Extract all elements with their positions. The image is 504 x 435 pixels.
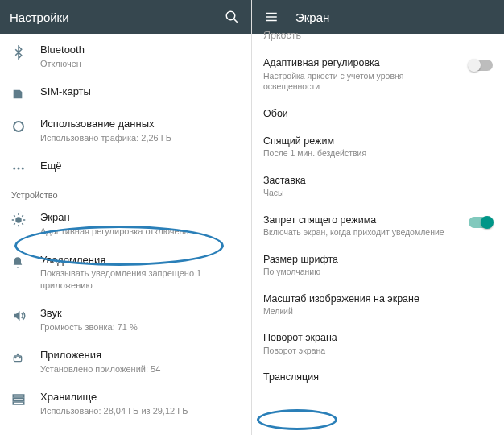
display-settings-pane: Экран Яркость Адаптивная регулировка Нас… [252,0,504,435]
ambient-display-switch[interactable] [469,217,493,228]
row-label: Экран [40,211,240,225]
highlight-cast-row [257,409,337,430]
more-icon [11,160,40,176]
adaptive-brightness-switch[interactable] [469,60,493,71]
settings-pane: Настройки Bluetooth Отключен SIM-карты [0,0,252,435]
row-sub: По умолчанию [263,267,493,278]
row-sub: Часы [263,188,493,199]
svg-point-8 [14,357,17,359]
settings-row-apps[interactable]: Приложения Установлено приложений: 54 [0,341,251,383]
display-row-wallpaper[interactable]: Обои [252,100,504,127]
appbar-title: Экран [295,10,494,24]
display-row-sleep[interactable]: Спящий режим После 1 мин. бездействия [252,127,504,167]
display-list: Яркость Адаптивная регулировка Настройка… [252,34,504,392]
row-label: Уведомления [40,254,240,267]
svg-point-6 [15,218,22,224]
sound-icon [11,307,40,323]
row-label: Масштаб изображения на экране [263,292,493,305]
appbar-title: Настройки [10,10,222,24]
row-label: Спящий режим [263,135,493,147]
row-label: Звук [40,307,240,321]
row-label: Трансляция [263,371,493,383]
row-sub: Громкость звонка: 71 % [40,321,240,333]
row-label: Яркость [263,29,493,42]
section-header-device: Устройство [0,184,251,203]
row-sub: Отключен [40,58,240,69]
row-label: Bluetooth [40,44,240,57]
row-label: Запрет спящего режима [263,213,461,226]
settings-row-more[interactable]: Ещё [0,151,251,184]
sim-icon [11,85,40,102]
apps-icon [11,349,40,365]
display-icon [11,211,40,227]
row-label: Адаптивная регулировка [263,56,461,69]
svg-point-3 [13,168,15,170]
row-label: SIM-карты [40,85,240,99]
data-usage-icon [11,118,40,134]
row-label: Ещё [40,160,240,173]
settings-row-display[interactable]: Экран Адаптивная регулировка отключена [0,203,251,245]
search-icon[interactable] [222,7,242,27]
svg-point-0 [226,11,235,20]
settings-row-storage[interactable]: Хранилище Использовано: 28,04 ГБ из 29,1… [0,383,251,425]
display-row-screensaver[interactable]: Заставка Часы [252,167,504,206]
display-row-brightness[interactable]: Яркость [252,29,504,49]
display-row-adaptive[interactable]: Адаптивная регулировка Настройка яркости… [252,49,504,100]
bluetooth-icon [11,44,40,60]
menu-icon[interactable] [262,7,281,27]
svg-point-4 [18,168,20,170]
row-label: Обои [263,107,493,120]
display-row-ambient[interactable]: Запрет спящего режима Включать экран, ко… [252,206,504,246]
row-sub: Адаптивная регулировка отключена [40,226,240,237]
row-label: Размер шрифта [263,253,493,266]
appbar-left: Настройки [0,0,251,34]
settings-row-notifications[interactable]: Уведомления Показывать уведомления запре… [0,246,251,299]
row-sub: Настройка яркости с учетом уровня освеще… [263,71,461,93]
svg-point-2 [14,122,23,131]
svg-rect-13 [13,402,24,404]
svg-point-5 [22,168,24,170]
row-sub: После 1 мин. бездействия [263,148,493,160]
row-sub: Показывать уведомления запрещено 1 прило… [40,267,240,291]
row-label: Заставка [263,174,493,187]
row-sub: Включать экран, когда приходит уведомлен… [263,227,461,238]
settings-row-sim[interactable]: SIM-карты [0,77,251,110]
settings-row-sound[interactable]: Звук Громкость звонка: 71 % [0,299,251,341]
svg-line-1 [234,19,238,23]
storage-icon [11,391,40,407]
svg-rect-11 [13,395,24,397]
svg-rect-12 [13,399,24,401]
settings-row-data-usage[interactable]: Использование данных Использовано трафик… [0,110,251,151]
row-sub: Использовано трафика: 2,26 ГБ [40,132,240,143]
settings-row-bluetooth[interactable]: Bluetooth Отключен [0,35,251,77]
row-sub: Установлено приложений: 54 [40,363,240,375]
settings-list: Bluetooth Отключен SIM-карты Использован… [0,34,251,425]
display-row-cast[interactable]: Трансляция [252,363,504,391]
display-row-displaysize[interactable]: Масштаб изображения на экране Мелкий [252,285,504,325]
row-sub: Мелкий [263,306,493,317]
row-sub: Использовано: 28,04 ГБ из 29,12 ГБ [40,405,240,416]
row-label: Приложения [40,349,240,362]
svg-point-7 [17,354,19,356]
row-label: Поворот экрана [263,331,493,344]
display-row-rotation[interactable]: Поворот экрана Поворот экрана [252,324,504,363]
row-label: Использование данных [40,118,240,131]
row-sub: Поворот экрана [263,346,493,357]
display-row-fontsize[interactable]: Размер шрифта По умолчанию [252,246,504,285]
row-label: Хранилище [40,391,240,404]
bell-icon [11,254,40,270]
svg-point-9 [19,357,21,359]
